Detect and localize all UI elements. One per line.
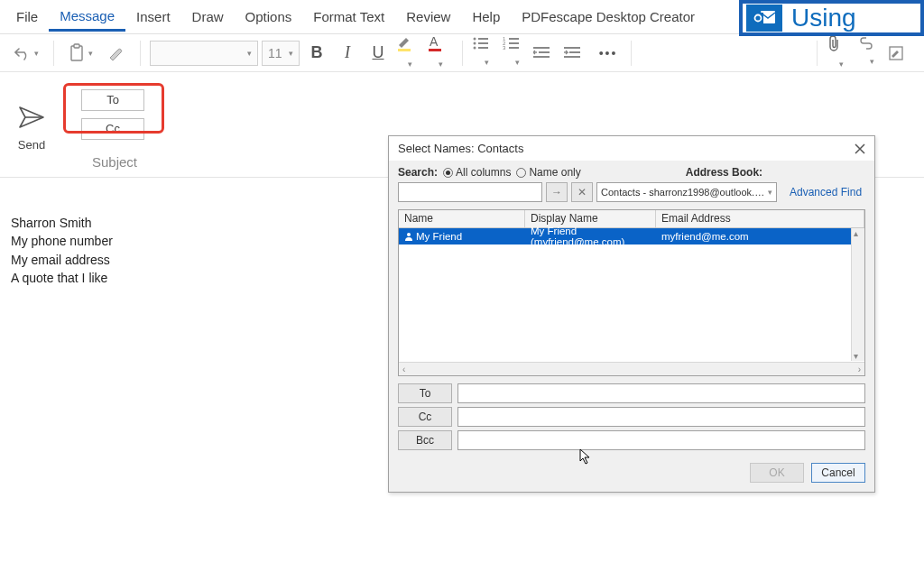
send-button[interactable]: Send [0, 79, 63, 177]
contact-display-name: My Friend (myfriend@me.com) [525, 226, 656, 247]
tab-help[interactable]: Help [461, 4, 511, 30]
svg-text:A: A [430, 34, 439, 49]
svg-rect-23 [564, 47, 580, 49]
chevron-down-icon: ▾ [768, 188, 772, 197]
svg-rect-5 [398, 49, 411, 51]
svg-rect-19 [509, 47, 519, 49]
address-book-label: Address Book: [686, 166, 762, 179]
signature-button[interactable] [888, 45, 915, 61]
scroll-left-icon[interactable]: ‹ [402, 364, 405, 374]
font-color-button[interactable]: A▾ [426, 34, 453, 71]
svg-rect-15 [509, 38, 519, 40]
attach-button[interactable]: ▾ [827, 34, 854, 71]
bullet-list-button[interactable]: ▾ [472, 36, 499, 69]
separator [462, 41, 463, 66]
dialog-title: Select Names: Contacts [398, 142, 523, 155]
scroll-right-icon[interactable]: › [858, 364, 861, 374]
search-clear-button[interactable]: ✕ [571, 182, 593, 202]
outlook-icon [746, 5, 782, 32]
recipients-area: To Cc Bcc [389, 376, 874, 457]
svg-point-10 [474, 42, 476, 45]
svg-rect-21 [539, 51, 550, 53]
person-icon [404, 232, 413, 241]
undo-button[interactable]: ▾ [9, 42, 44, 65]
svg-point-12 [474, 47, 476, 50]
underline-button[interactable]: U [365, 43, 392, 62]
tab-draw[interactable]: Draw [181, 4, 235, 30]
dialog-to-button[interactable]: To [398, 383, 452, 403]
bold-button[interactable]: B [303, 43, 330, 62]
format-painter-button[interactable] [102, 42, 131, 65]
highlight-button[interactable]: ▾ [395, 34, 422, 71]
svg-text:3: 3 [503, 45, 506, 51]
chevron-down-icon: ▾ [88, 49, 93, 58]
col-header-email[interactable]: Email Address [656, 210, 864, 227]
contact-row[interactable]: My Friend My Friend (myfriend@me.com) my… [399, 228, 864, 244]
close-button[interactable] [855, 143, 865, 154]
contact-email: myfriend@me.com [656, 231, 864, 242]
tab-file[interactable]: File [5, 4, 49, 30]
ribbon-toolbar: ▾ ▾ ▾ 11▾ B I U ▾ A▾ ▾ 123▾ ••• ▾ ▾ [0, 34, 924, 72]
tab-options[interactable]: Options [235, 4, 303, 30]
svg-rect-9 [478, 38, 488, 40]
search-input[interactable] [398, 182, 542, 202]
font-family-combo[interactable]: ▾ [150, 41, 258, 66]
dialog-footer: OK Cancel [389, 457, 874, 492]
svg-rect-25 [564, 56, 580, 58]
svg-rect-11 [478, 42, 488, 44]
dialog-cc-input[interactable] [457, 407, 865, 427]
send-icon [18, 106, 45, 129]
radio-name-only[interactable]: Name only [516, 166, 580, 179]
dialog-titlebar: Select Names: Contacts [389, 136, 874, 161]
dialog-bcc-input[interactable] [457, 430, 865, 450]
chevron-down-icon: ▾ [34, 49, 39, 58]
contacts-list: Name Display Name Email Address My Frien… [398, 209, 865, 376]
subject-placeholder[interactable]: Subject [92, 154, 137, 170]
ok-button[interactable]: OK [750, 463, 804, 483]
advanced-find-link[interactable]: Advanced Find [790, 186, 862, 198]
separator [817, 41, 818, 66]
indent-button[interactable] [564, 46, 591, 60]
svg-rect-7 [429, 49, 441, 51]
send-label: Send [18, 138, 45, 152]
horizontal-scrollbar[interactable]: ‹ › [399, 362, 864, 375]
contact-name: My Friend [416, 231, 462, 242]
dialog-to-input[interactable] [457, 383, 865, 403]
tab-message[interactable]: Message [49, 3, 125, 32]
tab-pdfescape[interactable]: PDFescape Desktop Creator [511, 4, 706, 30]
paste-button[interactable]: ▾ [63, 40, 98, 67]
radio-label: All columns [456, 166, 511, 179]
numbered-list-button[interactable]: 123▾ [503, 36, 530, 69]
link-button[interactable]: ▾ [857, 37, 884, 69]
svg-rect-13 [478, 47, 488, 49]
dialog-bcc-button[interactable]: Bcc [398, 430, 452, 450]
italic-button[interactable]: I [334, 43, 361, 62]
cancel-button[interactable]: Cancel [811, 463, 865, 483]
col-header-name[interactable]: Name [399, 210, 525, 227]
separator [631, 41, 632, 66]
svg-rect-17 [509, 42, 519, 44]
more-formatting-button[interactable]: ••• [595, 46, 622, 60]
search-go-button[interactable]: → [546, 182, 568, 202]
radio-all-columns[interactable]: All columns [443, 166, 511, 179]
svg-rect-22 [533, 56, 550, 58]
svg-point-8 [474, 38, 476, 41]
svg-rect-4 [74, 44, 79, 48]
tab-review[interactable]: Review [395, 4, 461, 30]
svg-rect-20 [533, 47, 550, 49]
vertical-scrollbar[interactable] [851, 228, 864, 361]
address-book-select[interactable]: Contacts - sharronz1998@outlook.com ▾ [596, 182, 777, 202]
radio-label: Name only [529, 166, 580, 179]
font-size-combo[interactable]: 11▾ [262, 41, 300, 66]
tab-insert[interactable]: Insert [125, 4, 181, 30]
app-logo-banner: Using [739, 0, 924, 36]
address-book-value: Contacts - sharronz1998@outlook.com [601, 187, 766, 198]
to-highlight-annotation [63, 83, 164, 134]
dialog-cc-button[interactable]: Cc [398, 407, 452, 427]
separator [140, 41, 141, 66]
outdent-button[interactable] [533, 46, 560, 60]
logo-text: Using [791, 4, 856, 32]
tab-format-text[interactable]: Format Text [302, 4, 395, 30]
separator [53, 41, 54, 66]
search-label: Search: [398, 166, 438, 179]
